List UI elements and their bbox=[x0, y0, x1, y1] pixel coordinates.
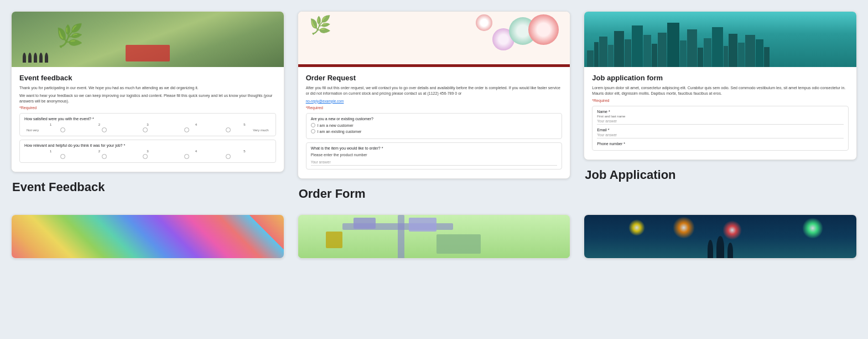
radio-circle-1-1[interactable] bbox=[60, 127, 65, 132]
event-feedback-desc2: We want to hear your feedback so we can … bbox=[19, 93, 276, 104]
radio-circle-2-1[interactable] bbox=[60, 154, 65, 159]
banner-fireworks bbox=[584, 215, 856, 259]
job-name-sublabel: First and last name bbox=[597, 115, 844, 118]
map-building-a bbox=[354, 218, 376, 229]
building-13 bbox=[687, 29, 697, 67]
radio-circle-1-4[interactable] bbox=[184, 127, 189, 132]
template-grid: Event feedback Thank you for participati… bbox=[11, 11, 857, 259]
radio-circles-1 bbox=[42, 127, 249, 132]
building-5 bbox=[614, 31, 624, 67]
order-form-desc: After you fill out this order request, w… bbox=[306, 85, 563, 96]
building-19 bbox=[738, 43, 745, 67]
card-wrapper-order-form: 🌿 Order Request After you fill out this … bbox=[298, 11, 571, 201]
radio-circles-2 bbox=[42, 154, 249, 159]
scale-row-1: 1 2 3 4 5 Not very bbox=[24, 123, 271, 132]
card-geometric[interactable] bbox=[11, 214, 284, 259]
card-content-event-feedback: Event feedback Thank you for participati… bbox=[12, 67, 284, 172]
order-form-link: no-reply@example.com bbox=[306, 99, 563, 104]
person-1 bbox=[708, 240, 713, 259]
banner-event-feedback bbox=[12, 12, 284, 67]
num-2-3: 3 bbox=[143, 150, 153, 153]
person-2 bbox=[716, 236, 724, 259]
building-17 bbox=[724, 46, 728, 67]
card-map[interactable] bbox=[298, 214, 571, 259]
radio-circle-1-3[interactable] bbox=[143, 127, 148, 132]
num-4: 4 bbox=[191, 123, 201, 126]
banner-job-application bbox=[584, 12, 856, 67]
card-order-form[interactable]: 🌿 Order Request After you fill out this … bbox=[298, 11, 571, 179]
building-11 bbox=[667, 23, 679, 67]
card-job-application[interactable]: Job application form Lorem ipsum dolor s… bbox=[584, 11, 857, 160]
building-16 bbox=[712, 27, 723, 67]
radio-circle-1-2[interactable] bbox=[102, 127, 107, 132]
order-form-q1-text: Are you a new or existing customer? bbox=[311, 117, 558, 121]
banner-people bbox=[23, 53, 48, 63]
radio-label-2: I am an existing customer bbox=[318, 130, 362, 133]
building-7 bbox=[632, 25, 643, 67]
branch-icon: 🌿 bbox=[309, 14, 331, 35]
building-12 bbox=[680, 40, 687, 67]
card-fireworks[interactable] bbox=[584, 214, 857, 259]
radio-numbers-2: 1 2 3 4 5 bbox=[27, 150, 269, 153]
building-10 bbox=[658, 33, 667, 67]
building-3 bbox=[599, 37, 607, 67]
order-form-placeholder-label: Please enter the product number bbox=[311, 152, 558, 158]
card-wrapper-map bbox=[298, 214, 571, 259]
event-feedback-title: Event feedback bbox=[19, 74, 276, 82]
order-form-text-input[interactable]: Your answer bbox=[311, 160, 558, 166]
radio-circle-2-3[interactable] bbox=[143, 154, 148, 159]
order-form-email-link[interactable]: no-reply@example.com bbox=[306, 99, 344, 103]
firework-2 bbox=[673, 217, 695, 239]
event-feedback-q1: How satisfied were you with the event? *… bbox=[19, 113, 276, 136]
banner-stripe bbox=[298, 64, 570, 67]
building-8 bbox=[643, 35, 651, 67]
building-9 bbox=[652, 44, 657, 67]
num-5: 5 bbox=[240, 123, 250, 126]
flower-red bbox=[528, 14, 559, 45]
event-feedback-q1-text: How satisfied were you with the event? * bbox=[24, 117, 271, 121]
building-14 bbox=[698, 48, 703, 67]
job-name-input[interactable]: Your answer bbox=[597, 119, 844, 125]
job-email-input[interactable]: Your answer bbox=[597, 133, 844, 138]
radio-label-1: I am a new customer bbox=[318, 124, 354, 127]
job-application-required: *Required bbox=[592, 99, 849, 102]
job-name-label: Name * bbox=[597, 110, 844, 114]
radio-dot-1[interactable] bbox=[311, 123, 315, 127]
order-form-label: Order Form bbox=[298, 187, 366, 201]
num-3: 3 bbox=[143, 123, 153, 126]
event-feedback-required: *Required bbox=[19, 106, 276, 110]
scale-left-label-1: Not very bbox=[27, 129, 42, 132]
radio-dot-2[interactable] bbox=[311, 129, 315, 133]
event-feedback-label: Event Feedback bbox=[11, 180, 105, 194]
order-radio-option-1[interactable]: I am a new customer bbox=[311, 123, 558, 127]
radio-circle-1-5[interactable] bbox=[226, 127, 231, 132]
event-feedback-q2: How relevant and helpful do you think it… bbox=[19, 140, 276, 163]
firework-1 bbox=[628, 219, 645, 236]
radio-circle-2-5[interactable] bbox=[226, 154, 231, 159]
job-phone-label: Phone number * bbox=[597, 142, 844, 146]
building-15 bbox=[704, 38, 711, 67]
skyline bbox=[584, 23, 856, 67]
building-18 bbox=[729, 34, 737, 67]
banner-map bbox=[298, 215, 570, 259]
order-form-q2: What is the item you would like to order… bbox=[306, 142, 563, 170]
radio-circle-2-4[interactable] bbox=[184, 154, 189, 159]
scale-row-2: 1 2 3 4 5 bbox=[24, 150, 271, 159]
job-application-label: Job Application bbox=[584, 168, 675, 182]
scale-right-label-1: Very much bbox=[249, 129, 269, 132]
job-application-desc: Lorem ipsum dolor sit amet, consectetur … bbox=[592, 85, 849, 96]
person-3 bbox=[727, 243, 733, 259]
num-2-4: 4 bbox=[191, 150, 201, 153]
order-form-title: Order Request bbox=[306, 74, 563, 82]
job-fields-section: Name * First and last name Your answer E… bbox=[592, 106, 849, 151]
radio-circle-2-2[interactable] bbox=[102, 154, 107, 159]
building-21 bbox=[756, 39, 763, 67]
map-road-v bbox=[398, 215, 404, 259]
num-2-5: 5 bbox=[240, 150, 250, 153]
people-silhouette bbox=[708, 236, 733, 259]
num-2-1: 1 bbox=[46, 150, 56, 153]
card-event-feedback[interactable]: Event feedback Thank you for participati… bbox=[11, 11, 284, 172]
num-1: 1 bbox=[46, 123, 56, 126]
building-22 bbox=[764, 47, 770, 67]
order-radio-option-2[interactable]: I am an existing customer bbox=[311, 129, 558, 133]
